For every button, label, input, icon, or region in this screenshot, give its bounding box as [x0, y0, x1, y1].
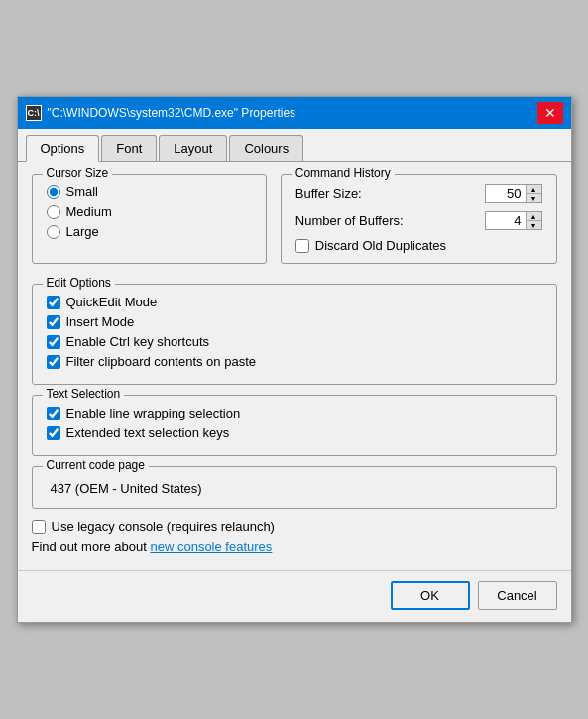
top-row: Cursor Size Small Medium Large Command H…	[32, 174, 557, 274]
ctrl-shortcuts-label: Enable Ctrl key shortcuts	[66, 334, 210, 349]
buffer-size-input[interactable]: 50	[486, 185, 526, 202]
quickedit-checkbox[interactable]	[47, 296, 60, 309]
num-buffers-down[interactable]: ▼	[527, 221, 541, 229]
num-buffers-label: Number of Buffers:	[295, 213, 485, 228]
edit-options-group: Edit Options QuickEdit Mode Insert Mode …	[32, 284, 557, 385]
buffer-size-spinbox: 50 ▲ ▼	[485, 184, 542, 203]
code-page-group: Current code page 437 (OEM - United Stat…	[32, 466, 557, 509]
command-history-legend: Command History	[292, 166, 395, 180]
title-bar: C:\ "C:\WINDOWS\system32\CMD.exe" Proper…	[18, 97, 571, 129]
filter-clipboard-label: Filter clipboard contents on paste	[66, 354, 257, 369]
line-wrapping-checkbox[interactable]	[47, 407, 60, 420]
text-selection-legend: Text Selection	[43, 387, 125, 401]
tab-options[interactable]: Options	[26, 135, 100, 162]
tab-bar: Options Font Layout Colours	[18, 129, 571, 162]
filter-clipboard-row: Filter clipboard contents on paste	[47, 354, 542, 369]
buffer-size-down[interactable]: ▼	[527, 194, 541, 202]
line-wrapping-label: Enable line wrapping selection	[66, 406, 241, 420]
code-page-value: 437 (OEM - United States)	[47, 477, 542, 498]
close-button[interactable]: ✕	[537, 102, 563, 124]
radio-large-label: Large	[66, 224, 99, 239]
radio-small: Small	[47, 184, 252, 199]
extended-text-checkbox[interactable]	[47, 426, 60, 440]
radio-medium-label: Medium	[66, 204, 112, 219]
radio-small-label: Small	[66, 184, 99, 199]
radio-large-input[interactable]	[47, 225, 60, 239]
num-buffers-row: Number of Buffers: 4 ▲ ▼	[295, 211, 542, 230]
cursor-size-legend: Cursor Size	[43, 166, 113, 180]
line-wrapping-row: Enable line wrapping selection	[47, 406, 542, 420]
properties-dialog: C:\ "C:\WINDOWS\system32\CMD.exe" Proper…	[17, 96, 572, 623]
edit-options-legend: Edit Options	[43, 276, 115, 290]
button-bar: OK Cancel	[18, 570, 571, 622]
app-icon: C:\	[26, 105, 42, 121]
buffer-size-label: Buffer Size:	[295, 186, 485, 201]
ctrl-shortcuts-checkbox[interactable]	[47, 335, 60, 349]
radio-large: Large	[47, 224, 252, 239]
legacy-row: Use legacy console (requires relaunch)	[32, 519, 557, 534]
num-buffers-spinbox: 4 ▲ ▼	[485, 211, 542, 230]
tab-font[interactable]: Font	[101, 135, 157, 161]
command-history-group: Command History Buffer Size: 50 ▲ ▼ Numb…	[281, 174, 557, 264]
discard-row: Discard Old Duplicates	[295, 238, 542, 253]
ctrl-shortcuts-row: Enable Ctrl key shortcuts	[47, 334, 542, 349]
filter-clipboard-checkbox[interactable]	[47, 355, 60, 369]
buffer-size-row: Buffer Size: 50 ▲ ▼	[295, 184, 542, 203]
num-buffers-input[interactable]: 4	[486, 212, 526, 229]
text-selection-group: Text Selection Enable line wrapping sele…	[32, 395, 557, 456]
radio-medium: Medium	[47, 204, 252, 219]
legacy-label: Use legacy console (requires relaunch)	[52, 519, 275, 534]
discard-label: Discard Old Duplicates	[315, 238, 446, 253]
code-page-legend: Current code page	[43, 458, 149, 472]
radio-medium-input[interactable]	[47, 205, 60, 219]
insert-mode-checkbox[interactable]	[47, 315, 60, 329]
discard-checkbox[interactable]	[295, 239, 309, 253]
insert-mode-row: Insert Mode	[47, 314, 542, 329]
title-text: "C:\WINDOWS\system32\CMD.exe" Properties	[48, 106, 296, 120]
extended-text-label: Extended text selection keys	[66, 425, 230, 440]
insert-mode-label: Insert Mode	[66, 314, 135, 329]
num-buffers-up[interactable]: ▲	[527, 212, 541, 221]
tab-layout[interactable]: Layout	[159, 135, 227, 161]
extended-text-row: Extended text selection keys	[47, 425, 542, 440]
ok-button[interactable]: OK	[391, 581, 470, 610]
cancel-button[interactable]: Cancel	[478, 581, 557, 610]
radio-small-input[interactable]	[47, 185, 60, 199]
main-content: Cursor Size Small Medium Large Command H…	[18, 162, 571, 570]
quickedit-label: QuickEdit Mode	[66, 295, 158, 309]
tab-colours[interactable]: Colours	[229, 135, 303, 161]
cursor-size-group: Cursor Size Small Medium Large	[32, 174, 267, 264]
quickedit-row: QuickEdit Mode	[47, 295, 542, 309]
new-console-link[interactable]: new console features	[150, 539, 272, 554]
find-out-prefix: Find out more about	[32, 539, 151, 554]
buffer-size-up[interactable]: ▲	[527, 185, 541, 194]
find-out-row: Find out more about new console features	[32, 539, 557, 554]
legacy-checkbox[interactable]	[32, 520, 46, 534]
